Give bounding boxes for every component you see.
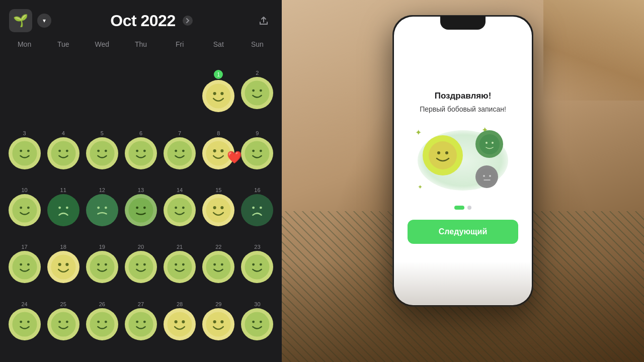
svg-point-98 (483, 175, 485, 177)
svg-point-99 (489, 175, 491, 177)
svg-point-57 (105, 263, 107, 266)
mood-face-16[interactable] (241, 194, 273, 226)
day-cell-2[interactable]: 2 (238, 69, 277, 129)
svg-point-42 (182, 207, 185, 209)
day-cell-18[interactable]: 18 (44, 243, 83, 300)
day-cell-20[interactable]: 20 (121, 243, 160, 300)
day-cell-8[interactable]: 8 ❤️ (199, 129, 238, 186)
svg-point-49 (12, 255, 37, 280)
svg-point-46 (245, 198, 270, 222)
mood-face-4[interactable] (47, 137, 79, 169)
mood-face-19[interactable] (86, 251, 118, 283)
svg-point-32 (58, 207, 61, 209)
svg-point-23 (213, 149, 216, 152)
day-cell-7[interactable]: 7 (160, 129, 199, 186)
day-cell-17[interactable]: 17 (5, 243, 44, 300)
mood-face-12[interactable] (86, 194, 118, 226)
day-cell-1[interactable]: 1 (199, 69, 238, 129)
weekday-tue: Tue (44, 37, 83, 69)
svg-point-64 (206, 255, 231, 280)
mood-face-23[interactable] (241, 251, 273, 283)
app-icon[interactable]: 🌱 (9, 9, 32, 32)
day-cell-29[interactable]: 29 (199, 300, 238, 357)
mood-face-22[interactable] (202, 251, 234, 283)
month-nav-button[interactable] (180, 13, 196, 29)
day-cell-15[interactable]: 15 (199, 186, 238, 243)
mood-face-26[interactable] (86, 308, 118, 340)
mood-face-17[interactable] (9, 251, 41, 283)
mood-face-13[interactable] (125, 194, 157, 226)
congrats-subtitle: Первый бобовый записан! (420, 105, 506, 113)
day-cell-4[interactable]: 4 (44, 129, 83, 186)
svg-point-27 (260, 149, 262, 152)
svg-point-45 (221, 206, 224, 209)
svg-point-78 (105, 320, 107, 323)
share-button[interactable] (255, 12, 273, 30)
day-cell-22[interactable]: 22 (199, 243, 238, 300)
mood-face-18[interactable] (47, 251, 79, 283)
mood-face-6[interactable] (125, 137, 157, 169)
mood-face-15[interactable] (202, 194, 234, 226)
mood-face-29[interactable] (202, 308, 234, 340)
svg-point-96 (492, 142, 494, 144)
svg-point-87 (221, 320, 224, 323)
day-number-2: 2 (256, 70, 259, 76)
weekday-sat: Sat (199, 37, 238, 69)
svg-point-62 (175, 263, 177, 266)
mood-face-28[interactable] (164, 308, 196, 340)
day-cell-13[interactable]: 13 (121, 186, 160, 243)
mood-face-14[interactable] (164, 194, 196, 226)
day-number-1: 1 (214, 70, 223, 79)
svg-point-17 (136, 149, 138, 152)
day-empty-1 (5, 69, 44, 129)
mood-face-24[interactable] (9, 308, 41, 340)
mood-face-11[interactable] (47, 194, 79, 226)
day-empty-3 (83, 69, 121, 129)
mood-face-27[interactable] (125, 308, 157, 340)
mood-face-1[interactable] (202, 80, 234, 112)
heart-icon: ❤️ (227, 150, 242, 164)
svg-point-61 (168, 255, 192, 280)
day-cell-21[interactable]: 21 (160, 243, 199, 300)
mood-face-25[interactable] (47, 308, 79, 340)
mood-face-20[interactable] (125, 251, 157, 283)
weekday-fri: Fri (160, 37, 199, 69)
calendar-header: 🌱 ▾ Oct 2022 (5, 0, 277, 37)
day-cell-12[interactable]: 12 (83, 186, 121, 243)
weekday-thu: Thu (121, 37, 160, 69)
day-cell-5[interactable]: 5 (83, 129, 121, 186)
day-cell-28[interactable]: 28 (160, 300, 199, 357)
day-cell-19[interactable]: 19 (83, 243, 121, 300)
day-cell-16[interactable]: 16 (238, 186, 277, 243)
day-cell-10[interactable]: 10 (5, 186, 44, 243)
day-cell-23[interactable]: 23 (238, 243, 277, 300)
mood-face-10[interactable] (9, 194, 41, 226)
mood-face-5[interactable] (86, 137, 118, 169)
dropdown-arrow[interactable]: ▾ (37, 14, 51, 28)
day-cell-9[interactable]: 9 (238, 129, 277, 186)
next-button[interactable]: Следующий (408, 220, 518, 244)
svg-point-81 (143, 320, 146, 323)
day-cell-3[interactable]: 3 (5, 129, 44, 186)
mood-face-2[interactable] (241, 77, 273, 109)
mood-face-21[interactable] (164, 251, 196, 283)
svg-point-88 (245, 312, 270, 336)
day-cell-30[interactable]: 30 (238, 300, 277, 357)
mood-face-3[interactable] (9, 137, 41, 169)
svg-point-28 (12, 198, 37, 222)
phone-notch (440, 17, 486, 30)
svg-point-79 (128, 312, 153, 336)
day-cell-26[interactable]: 26 (83, 300, 121, 357)
day-cell-14[interactable]: 14 (160, 186, 199, 243)
svg-point-47 (253, 207, 255, 209)
day-cell-6[interactable]: 6 (121, 129, 160, 186)
svg-point-5 (253, 89, 255, 92)
day-cell-27[interactable]: 27 (121, 300, 160, 357)
svg-point-3 (221, 92, 224, 95)
day-cell-25[interactable]: 25 (44, 300, 83, 357)
mood-face-30[interactable] (241, 308, 273, 340)
day-cell-11[interactable]: 11 (44, 186, 83, 243)
day-cell-24[interactable]: 24 (5, 300, 44, 357)
mood-face-7[interactable] (164, 137, 196, 169)
mood-face-9[interactable] (241, 137, 273, 169)
